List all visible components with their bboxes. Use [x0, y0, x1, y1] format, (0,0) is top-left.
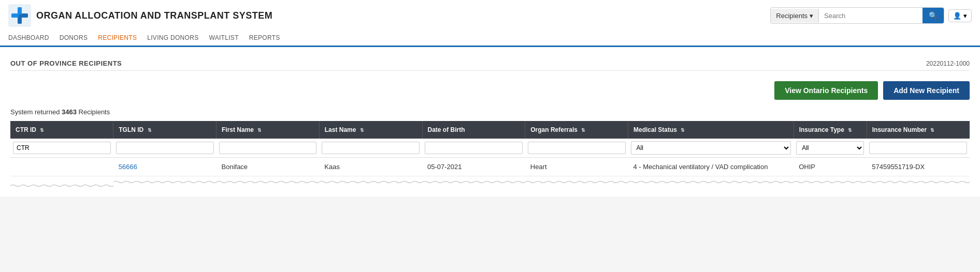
- user-icon: 👤: [953, 12, 961, 20]
- filter-dob[interactable]: [425, 142, 523, 154]
- buttons-row: View Ontario Recipients Add New Recipien…: [10, 75, 970, 105]
- filter-cell-insurance-number: [867, 139, 970, 158]
- user-dropdown-arrow: ▾: [963, 12, 967, 20]
- brand-title: ORGAN ALLOCATION AND TRANSPLANT SYSTEM: [36, 10, 272, 21]
- cell-ctr-id: [10, 158, 113, 176]
- tgln-id-link[interactable]: 56666: [119, 163, 137, 171]
- cell-organ: Heart: [525, 158, 628, 176]
- cell-dob: 05-07-2021: [422, 158, 525, 176]
- filter-cell-dob: [422, 139, 525, 158]
- recipients-table: CTR ID ⇅ TGLN ID ⇅ First Name ⇅ Last Nam…: [10, 121, 970, 189]
- search-container: Recipients ▾ 🔍: [770, 7, 944, 24]
- header: ORGAN ALLOCATION AND TRANSPLANT SYSTEM R…: [0, 0, 980, 47]
- svg-rect-4: [11, 13, 19, 18]
- count-suffix: Recipients: [77, 108, 110, 116]
- sort-icon-first-name: ⇅: [257, 128, 262, 133]
- filter-cell-organ: [525, 139, 628, 158]
- view-ontario-button[interactable]: View Ontario Recipients: [774, 81, 878, 100]
- col-header-dob: Date of Birth: [422, 121, 525, 139]
- nav-item-recipients[interactable]: RECIPIENTS: [98, 32, 137, 43]
- sort-icon-tgln-id: ⇅: [148, 128, 152, 133]
- page-header-row: OUT OF PROVINCE RECIPIENTS 20220112-1000: [10, 54, 970, 71]
- page-body: OUT OF PROVINCE RECIPIENTS 20220112-1000…: [0, 47, 980, 197]
- svg-rect-3: [18, 7, 22, 14]
- filter-first-name[interactable]: [219, 142, 317, 154]
- cell-medical-status: 4 - Mechanical ventilatory / VAD complic…: [628, 158, 794, 176]
- chevron-down-icon: ▾: [810, 12, 813, 20]
- search-button[interactable]: 🔍: [923, 8, 944, 23]
- col-header-last-name[interactable]: Last Name ⇅: [319, 121, 422, 139]
- filter-cell-first-name: [217, 139, 320, 158]
- cell-last-name: Kaas: [319, 158, 422, 176]
- filter-medical-status[interactable]: All: [631, 141, 791, 155]
- user-menu-button[interactable]: 👤 ▾: [948, 9, 972, 22]
- sort-icon-organ: ⇅: [581, 128, 585, 133]
- filter-cell-insurance-type: All: [794, 139, 867, 158]
- col-header-ctr-id[interactable]: CTR ID ⇅: [10, 121, 113, 139]
- col-header-tgln-id[interactable]: TGLN ID ⇅: [113, 121, 217, 139]
- sort-icon-insurance-number: ⇅: [930, 128, 934, 133]
- table-filter-row: All All: [10, 139, 970, 158]
- recipient-count: 3463: [62, 108, 77, 116]
- cell-insurance-type: OHIP: [794, 158, 867, 176]
- sort-icon-ctr-id: ⇅: [40, 128, 44, 133]
- search-icon: 🔍: [929, 11, 938, 20]
- table-row-overflow: [10, 176, 970, 190]
- nav-item-donors[interactable]: DONORS: [60, 32, 88, 43]
- page-id: 20220112-1000: [926, 60, 970, 67]
- col-header-first-name[interactable]: First Name ⇅: [217, 121, 320, 139]
- col-header-insurance-number[interactable]: Insurance Number ⇅: [867, 121, 970, 139]
- main-nav: DASHBOARD DONORS RECIPIENTS LIVING DONOR…: [8, 30, 972, 46]
- filter-insurance-type[interactable]: All: [796, 141, 864, 155]
- cell-tgln-id: 56666: [113, 158, 217, 176]
- filter-insurance-number[interactable]: [869, 142, 967, 154]
- search-dropdown-label: Recipients: [776, 12, 808, 20]
- filter-ctr-id[interactable]: [13, 142, 111, 154]
- search-dropdown-toggle[interactable]: Recipients ▾: [771, 9, 819, 23]
- nav-item-waitlist[interactable]: WAITLIST: [209, 32, 238, 43]
- brand: ORGAN ALLOCATION AND TRANSPLANT SYSTEM: [8, 4, 272, 27]
- col-header-insurance-type[interactable]: Insurance Type ⇅: [794, 121, 867, 139]
- filter-tgln-id[interactable]: [116, 142, 214, 154]
- filter-last-name[interactable]: [322, 142, 420, 154]
- sort-icon-insurance-type: ⇅: [848, 128, 852, 133]
- filter-cell-tgln-id: [113, 139, 217, 158]
- add-new-recipient-button[interactable]: Add New Recipient: [883, 81, 970, 100]
- filter-cell-medical-status: All: [628, 139, 794, 158]
- logo-icon: [8, 4, 31, 27]
- filter-organ[interactable]: [528, 142, 626, 154]
- nav-item-dashboard[interactable]: DASHBOARD: [8, 32, 49, 43]
- cell-insurance-number: 57459551719-DX: [867, 158, 970, 176]
- filter-cell-last-name: [319, 139, 422, 158]
- nav-item-living-donors[interactable]: LIVING DONORS: [147, 32, 198, 43]
- sort-icon-last-name: ⇅: [360, 128, 364, 133]
- filter-cell-ctr-id: [10, 139, 113, 158]
- header-top: ORGAN ALLOCATION AND TRANSPLANT SYSTEM R…: [8, 4, 972, 30]
- table-header-row: CTR ID ⇅ TGLN ID ⇅ First Name ⇅ Last Nam…: [10, 121, 970, 139]
- table-row: 56666 Boniface Kaas 05-07-2021 Heart 4 -…: [10, 158, 970, 176]
- cell-first-name: Boniface: [217, 158, 320, 176]
- count-row: System returned 3463 Recipients: [10, 105, 970, 121]
- sort-icon-medical-status: ⇅: [681, 128, 685, 133]
- col-header-organ-referrals[interactable]: Organ Referrals ⇅: [525, 121, 628, 139]
- count-prefix: System returned: [10, 108, 62, 116]
- page-title: OUT OF PROVINCE RECIPIENTS: [10, 59, 122, 67]
- col-header-medical-status[interactable]: Medical Status ⇅: [628, 121, 794, 139]
- search-input[interactable]: [819, 9, 923, 23]
- header-right: Recipients ▾ 🔍 👤 ▾: [770, 7, 972, 24]
- nav-item-reports[interactable]: REPORTS: [249, 32, 280, 43]
